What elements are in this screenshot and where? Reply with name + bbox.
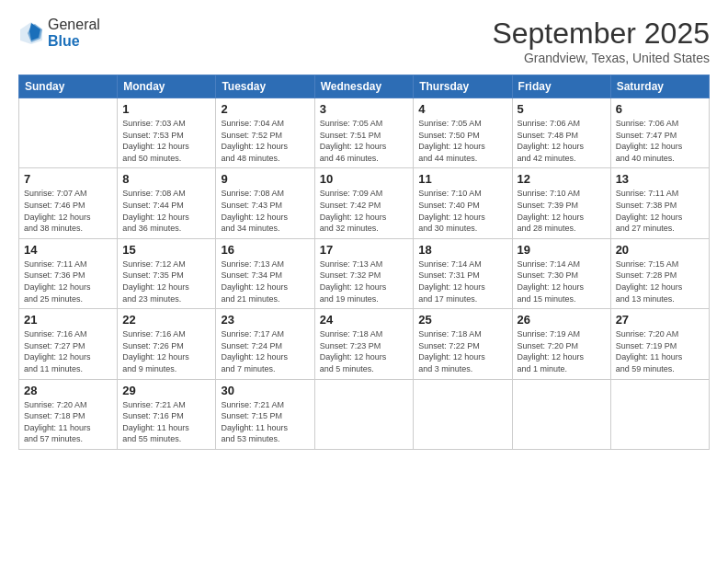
day-info: Sunrise: 7:05 AM Sunset: 7:51 PM Dayligh…	[320, 118, 409, 164]
calendar-cell: 23Sunrise: 7:17 AM Sunset: 7:24 PM Dayli…	[216, 309, 314, 379]
day-header-monday: Monday	[118, 75, 216, 98]
calendar-cell	[610, 379, 709, 449]
day-number: 20	[616, 243, 704, 257]
day-number: 27	[616, 313, 704, 327]
day-number: 2	[221, 102, 309, 116]
day-info: Sunrise: 7:08 AM Sunset: 7:44 PM Dayligh…	[122, 188, 210, 234]
day-number: 22	[122, 313, 210, 327]
calendar-cell: 9Sunrise: 7:08 AM Sunset: 7:43 PM Daylig…	[216, 168, 314, 238]
day-info: Sunrise: 7:13 AM Sunset: 7:32 PM Dayligh…	[320, 259, 409, 304]
day-number: 29	[122, 384, 210, 397]
logo-general: General	[48, 17, 100, 33]
calendar-cell: 16Sunrise: 7:13 AM Sunset: 7:34 PM Dayli…	[216, 238, 314, 308]
logo-icon	[18, 20, 44, 46]
day-info: Sunrise: 7:11 AM Sunset: 7:36 PM Dayligh…	[24, 259, 112, 304]
calendar-cell	[414, 379, 512, 449]
day-header-tuesday: Tuesday	[216, 75, 314, 98]
day-info: Sunrise: 7:20 AM Sunset: 7:18 PM Dayligh…	[24, 399, 112, 445]
calendar-week-5: 28Sunrise: 7:20 AM Sunset: 7:18 PM Dayli…	[19, 379, 710, 449]
day-info: Sunrise: 7:15 AM Sunset: 7:28 PM Dayligh…	[616, 259, 704, 304]
calendar-cell: 12Sunrise: 7:10 AM Sunset: 7:39 PM Dayli…	[512, 168, 610, 238]
day-number: 5	[518, 102, 606, 116]
day-number: 23	[221, 313, 309, 327]
calendar-cell: 27Sunrise: 7:20 AM Sunset: 7:19 PM Dayli…	[610, 309, 709, 379]
day-number: 14	[24, 243, 112, 257]
day-info: Sunrise: 7:19 AM Sunset: 7:20 PM Dayligh…	[518, 328, 606, 374]
day-number: 6	[616, 102, 704, 116]
day-header-saturday: Saturday	[610, 75, 709, 98]
logo-text: General Blue	[48, 17, 100, 49]
day-number: 25	[418, 313, 506, 327]
page: General Blue September 2025 Grandview, T…	[0, 0, 728, 563]
day-number: 13	[616, 172, 704, 186]
day-number: 18	[418, 243, 506, 257]
day-info: Sunrise: 7:08 AM Sunset: 7:43 PM Dayligh…	[221, 188, 309, 234]
day-header-friday: Friday	[512, 75, 610, 98]
day-header-wednesday: Wednesday	[314, 75, 414, 98]
day-info: Sunrise: 7:04 AM Sunset: 7:52 PM Dayligh…	[221, 118, 309, 164]
day-number: 24	[320, 313, 409, 327]
day-number: 4	[418, 102, 506, 116]
calendar-cell	[314, 379, 414, 449]
calendar-cell: 26Sunrise: 7:19 AM Sunset: 7:20 PM Dayli…	[512, 309, 610, 379]
calendar-cell: 1Sunrise: 7:03 AM Sunset: 7:53 PM Daylig…	[118, 98, 216, 168]
day-info: Sunrise: 7:05 AM Sunset: 7:50 PM Dayligh…	[418, 118, 506, 164]
day-number: 9	[221, 172, 309, 186]
day-info: Sunrise: 7:21 AM Sunset: 7:15 PM Dayligh…	[221, 399, 309, 445]
title-area: September 2025 Grandview, Texas, United …	[492, 17, 710, 65]
calendar-cell: 21Sunrise: 7:16 AM Sunset: 7:27 PM Dayli…	[19, 309, 118, 379]
calendar-cell: 15Sunrise: 7:12 AM Sunset: 7:35 PM Dayli…	[118, 238, 216, 308]
calendar: SundayMondayTuesdayWednesdayThursdayFrid…	[18, 75, 710, 450]
calendar-cell: 2Sunrise: 7:04 AM Sunset: 7:52 PM Daylig…	[216, 98, 314, 168]
calendar-cell: 30Sunrise: 7:21 AM Sunset: 7:15 PM Dayli…	[216, 379, 314, 449]
calendar-cell: 7Sunrise: 7:07 AM Sunset: 7:46 PM Daylig…	[19, 168, 118, 238]
day-info: Sunrise: 7:06 AM Sunset: 7:48 PM Dayligh…	[518, 118, 606, 164]
day-info: Sunrise: 7:06 AM Sunset: 7:47 PM Dayligh…	[616, 118, 704, 164]
day-number: 21	[24, 313, 112, 327]
day-info: Sunrise: 7:18 AM Sunset: 7:23 PM Dayligh…	[320, 328, 409, 374]
calendar-cell: 19Sunrise: 7:14 AM Sunset: 7:30 PM Dayli…	[512, 238, 610, 308]
day-number: 30	[221, 384, 309, 397]
day-info: Sunrise: 7:20 AM Sunset: 7:19 PM Dayligh…	[616, 328, 704, 374]
location: Grandview, Texas, United States	[492, 51, 710, 65]
calendar-cell: 11Sunrise: 7:10 AM Sunset: 7:40 PM Dayli…	[414, 168, 512, 238]
calendar-cell: 5Sunrise: 7:06 AM Sunset: 7:48 PM Daylig…	[512, 98, 610, 168]
day-number: 3	[320, 102, 409, 116]
calendar-cell: 4Sunrise: 7:05 AM Sunset: 7:50 PM Daylig…	[414, 98, 512, 168]
day-header-sunday: Sunday	[19, 75, 118, 98]
calendar-week-1: 1Sunrise: 7:03 AM Sunset: 7:53 PM Daylig…	[19, 98, 710, 168]
day-info: Sunrise: 7:16 AM Sunset: 7:27 PM Dayligh…	[24, 328, 112, 374]
day-info: Sunrise: 7:11 AM Sunset: 7:38 PM Dayligh…	[616, 188, 704, 234]
day-info: Sunrise: 7:07 AM Sunset: 7:46 PM Dayligh…	[24, 188, 112, 234]
day-number: 11	[418, 172, 506, 186]
day-info: Sunrise: 7:10 AM Sunset: 7:40 PM Dayligh…	[418, 188, 506, 234]
calendar-cell: 10Sunrise: 7:09 AM Sunset: 7:42 PM Dayli…	[314, 168, 414, 238]
calendar-cell: 3Sunrise: 7:05 AM Sunset: 7:51 PM Daylig…	[314, 98, 414, 168]
day-info: Sunrise: 7:09 AM Sunset: 7:42 PM Dayligh…	[320, 188, 409, 234]
calendar-cell: 20Sunrise: 7:15 AM Sunset: 7:28 PM Dayli…	[610, 238, 709, 308]
calendar-cell: 29Sunrise: 7:21 AM Sunset: 7:16 PM Dayli…	[118, 379, 216, 449]
calendar-cell: 25Sunrise: 7:18 AM Sunset: 7:22 PM Dayli…	[414, 309, 512, 379]
calendar-week-3: 14Sunrise: 7:11 AM Sunset: 7:36 PM Dayli…	[19, 238, 710, 308]
calendar-cell	[19, 98, 118, 168]
header: General Blue September 2025 Grandview, T…	[18, 17, 710, 65]
calendar-cell: 28Sunrise: 7:20 AM Sunset: 7:18 PM Dayli…	[19, 379, 118, 449]
month-title: September 2025	[492, 17, 710, 51]
day-number: 26	[518, 313, 606, 327]
day-number: 1	[122, 102, 210, 116]
calendar-cell: 14Sunrise: 7:11 AM Sunset: 7:36 PM Dayli…	[19, 238, 118, 308]
day-number: 19	[518, 243, 606, 257]
day-number: 28	[24, 384, 112, 397]
day-info: Sunrise: 7:03 AM Sunset: 7:53 PM Dayligh…	[122, 118, 210, 164]
day-number: 7	[24, 172, 112, 186]
day-number: 17	[320, 243, 409, 257]
day-info: Sunrise: 7:14 AM Sunset: 7:31 PM Dayligh…	[418, 259, 506, 304]
logo-blue: Blue	[48, 33, 100, 50]
day-info: Sunrise: 7:21 AM Sunset: 7:16 PM Dayligh…	[122, 399, 210, 445]
calendar-cell: 24Sunrise: 7:18 AM Sunset: 7:23 PM Dayli…	[314, 309, 414, 379]
calendar-week-2: 7Sunrise: 7:07 AM Sunset: 7:46 PM Daylig…	[19, 168, 710, 238]
calendar-cell	[512, 379, 610, 449]
calendar-cell: 18Sunrise: 7:14 AM Sunset: 7:31 PM Dayli…	[414, 238, 512, 308]
day-number: 16	[221, 243, 309, 257]
day-number: 10	[320, 172, 409, 186]
